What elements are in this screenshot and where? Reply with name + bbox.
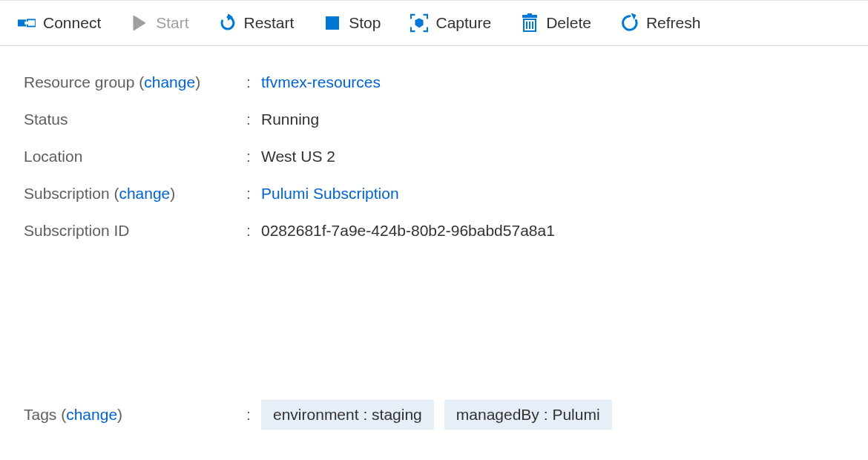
row-resource-group: Resource group ( change ) : tfvmex-resou… xyxy=(24,64,844,101)
connect-button[interactable]: Connect xyxy=(18,14,101,32)
subscription-id-value: 0282681f-7a9e-424b-80b2-96babd57a8a1 xyxy=(261,222,555,240)
capture-icon xyxy=(410,14,428,32)
restart-icon xyxy=(219,14,237,32)
change-tags-link[interactable]: change xyxy=(66,406,117,424)
capture-button[interactable]: Capture xyxy=(410,14,491,32)
subscription-value[interactable]: Pulumi Subscription xyxy=(261,185,399,203)
colon: : xyxy=(246,406,261,424)
colon: : xyxy=(246,185,261,203)
paren-close: ) xyxy=(170,185,175,203)
tags-label-text: Tags xyxy=(24,406,56,424)
svg-rect-5 xyxy=(326,16,339,30)
refresh-button[interactable]: Refresh xyxy=(621,14,701,32)
colon: : xyxy=(246,148,261,165)
label-location: Location xyxy=(24,148,246,165)
colon: : xyxy=(246,222,261,240)
row-tags: Tags ( change ) : environment : stagingm… xyxy=(24,390,844,439)
label-subscription: Subscription ( change ) xyxy=(24,185,246,203)
label-status: Status xyxy=(24,111,246,128)
refresh-label: Refresh xyxy=(646,14,701,32)
vm-details: Resource group ( change ) : tfvmex-resou… xyxy=(0,46,868,439)
paren-open: ( xyxy=(110,185,119,203)
paren-open: ( xyxy=(56,406,66,424)
svg-rect-7 xyxy=(522,15,537,18)
restart-label: Restart xyxy=(244,14,295,32)
row-subscription-id: Subscription ID : 0282681f-7a9e-424b-80b… xyxy=(24,212,844,249)
resource-group-label-text: Resource group xyxy=(24,73,134,91)
refresh-icon xyxy=(621,14,639,32)
location-value: West US 2 xyxy=(261,148,335,165)
stop-label: Stop xyxy=(349,14,381,32)
label-subscription-id: Subscription ID xyxy=(24,222,246,240)
change-resource-group-link[interactable]: change xyxy=(144,73,195,91)
subscription-label-text: Subscription xyxy=(24,185,110,203)
svg-marker-3 xyxy=(134,16,145,30)
label-resource-group: Resource group ( change ) xyxy=(24,73,246,91)
svg-rect-8 xyxy=(527,13,532,15)
tag-chip[interactable]: managedBy : Pulumi xyxy=(444,400,612,430)
delete-icon xyxy=(521,14,539,32)
paren-open: ( xyxy=(134,73,144,91)
tag-chip[interactable]: environment : staging xyxy=(261,400,434,430)
delete-button[interactable]: Delete xyxy=(521,14,591,32)
colon: : xyxy=(246,111,261,128)
tags-container: environment : stagingmanagedBy : Pulumi xyxy=(261,400,612,430)
label-tags: Tags ( change ) xyxy=(24,406,246,424)
resource-group-value[interactable]: tfvmex-resources xyxy=(261,73,381,91)
connect-label: Connect xyxy=(43,14,101,32)
restart-button[interactable]: Restart xyxy=(219,14,295,32)
paren-close: ) xyxy=(195,73,200,91)
delete-label: Delete xyxy=(546,14,591,32)
colon: : xyxy=(246,73,261,91)
svg-rect-2 xyxy=(24,22,29,24)
stop-button[interactable]: Stop xyxy=(323,14,381,32)
paren-close: ) xyxy=(117,406,122,424)
start-label: Start xyxy=(156,14,188,32)
row-location: Location : West US 2 xyxy=(24,138,844,175)
row-status: Status : Running xyxy=(24,101,844,138)
row-subscription: Subscription ( change ) : Pulumi Subscri… xyxy=(24,175,844,212)
change-subscription-link[interactable]: change xyxy=(119,185,170,203)
stop-icon xyxy=(323,14,341,32)
connect-icon xyxy=(18,14,36,32)
status-value: Running xyxy=(261,111,319,128)
capture-label: Capture xyxy=(435,14,491,32)
start-icon xyxy=(131,14,148,32)
start-button: Start xyxy=(131,14,188,32)
vm-toolbar: Connect Start Restart Stop xyxy=(0,0,868,46)
svg-marker-6 xyxy=(415,19,424,28)
